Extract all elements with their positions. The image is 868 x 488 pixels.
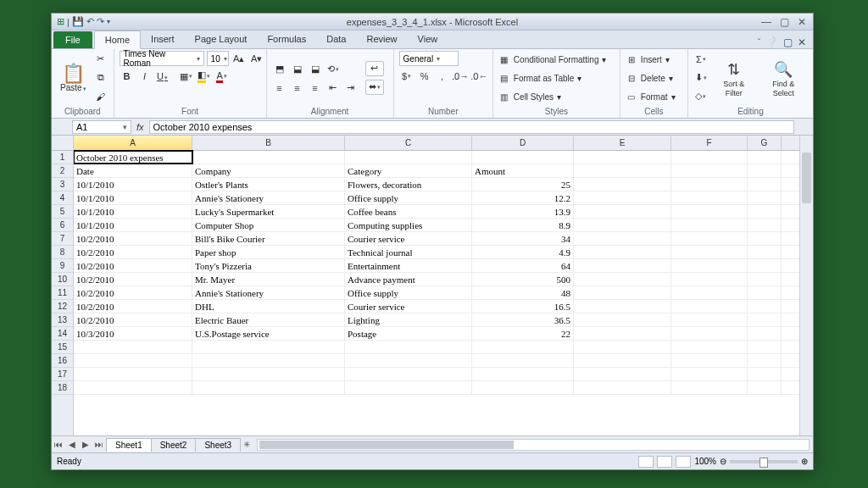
- cell[interactable]: Electric Bauer: [192, 313, 345, 326]
- tab-formulas[interactable]: Formulas: [257, 30, 316, 48]
- format-painter-icon[interactable]: 🖌: [93, 89, 108, 104]
- cell[interactable]: 22: [472, 327, 574, 340]
- row-header[interactable]: 3: [52, 178, 73, 191]
- cell[interactable]: [472, 354, 574, 367]
- font-size-dropdown[interactable]: 10: [207, 51, 229, 66]
- cell[interactable]: Annie's Stationery: [192, 286, 345, 299]
- cell[interactable]: [74, 381, 192, 394]
- cell[interactable]: [472, 341, 574, 353]
- cell[interactable]: Ostler's Plants: [192, 178, 345, 191]
- cell[interactable]: [748, 341, 782, 353]
- cell[interactable]: [671, 313, 748, 326]
- cell[interactable]: [671, 164, 748, 177]
- cell[interactable]: 10/2/2010: [74, 259, 192, 272]
- column-header[interactable]: C: [345, 136, 472, 150]
- find-select-button[interactable]: 🔍Find & Select: [760, 58, 808, 99]
- fill-color-icon[interactable]: ◧: [197, 69, 212, 84]
- cell[interactable]: [671, 300, 748, 313]
- cell[interactable]: 10/1/2010: [74, 191, 192, 204]
- cell[interactable]: Computing supplies: [345, 219, 472, 231]
- cell[interactable]: [345, 368, 472, 380]
- cell[interactable]: 10/2/2010: [74, 300, 192, 313]
- cell[interactable]: Courier service: [345, 300, 472, 313]
- merge-center-button[interactable]: ⬌: [365, 80, 384, 95]
- file-tab[interactable]: File: [53, 31, 92, 48]
- sheet-nav-first[interactable]: ⏮: [52, 440, 65, 449]
- cell[interactable]: [671, 219, 748, 231]
- align-left-icon[interactable]: ≡: [272, 80, 287, 96]
- sheet-nav-last[interactable]: ⏭: [92, 440, 106, 449]
- column-headers[interactable]: ABCDEFG: [74, 136, 799, 151]
- cell[interactable]: [748, 219, 782, 231]
- row-header[interactable]: 12: [52, 300, 73, 313]
- cell[interactable]: [671, 327, 748, 340]
- row-header[interactable]: 18: [52, 381, 73, 395]
- cell[interactable]: [74, 368, 192, 380]
- row-header[interactable]: 7: [52, 232, 73, 246]
- row-header[interactable]: 11: [52, 286, 73, 300]
- align-right-icon[interactable]: ≡: [308, 80, 323, 96]
- orientation-icon[interactable]: ⟲: [326, 62, 341, 77]
- cell[interactable]: [671, 273, 748, 286]
- cell[interactable]: 10/1/2010: [74, 205, 192, 218]
- align-middle-icon[interactable]: ⬓: [290, 62, 305, 77]
- cell[interactable]: Annie's Stationery: [192, 191, 345, 204]
- column-header[interactable]: B: [192, 136, 345, 150]
- cell[interactable]: 10/2/2010: [74, 232, 192, 245]
- cell[interactable]: [574, 232, 671, 245]
- minimize-ribbon-icon[interactable]: ˇ: [758, 38, 760, 47]
- worksheet-grid[interactable]: 123456789101112131415161718 ABCDEFG Octo…: [52, 136, 813, 435]
- grow-font-icon[interactable]: A▴: [231, 51, 247, 66]
- cell[interactable]: Postage: [345, 327, 472, 340]
- bold-button[interactable]: B: [120, 69, 135, 84]
- italic-button[interactable]: I: [137, 69, 153, 84]
- sheet-tab[interactable]: Sheet2: [151, 438, 197, 452]
- cell[interactable]: [671, 354, 748, 367]
- cell[interactable]: 34: [472, 232, 574, 245]
- formula-input[interactable]: October 2010 expenses: [149, 120, 794, 134]
- accounting-format-icon[interactable]: $: [399, 69, 415, 84]
- cell[interactable]: Office supply: [345, 286, 472, 299]
- cell[interactable]: 64: [472, 259, 574, 272]
- clear-icon[interactable]: ◇: [693, 89, 709, 104]
- cell[interactable]: Courier service: [345, 232, 472, 245]
- horizontal-scrollbar[interactable]: [257, 439, 810, 451]
- cell[interactable]: October 2010 expenses: [74, 151, 192, 164]
- cell[interactable]: Mr. Mayer: [192, 273, 345, 286]
- cell[interactable]: 500: [472, 273, 574, 286]
- cell[interactable]: [671, 341, 748, 353]
- cell[interactable]: [574, 246, 671, 258]
- cell[interactable]: [472, 381, 574, 394]
- cell[interactable]: [748, 368, 782, 380]
- cell[interactable]: [345, 381, 472, 394]
- cell[interactable]: [574, 354, 671, 367]
- cell[interactable]: 25: [472, 178, 574, 191]
- cell[interactable]: [748, 232, 782, 245]
- cell[interactable]: 10/1/2010: [74, 178, 192, 191]
- cell[interactable]: [345, 151, 472, 164]
- sheet-nav-next[interactable]: ▶: [79, 440, 92, 449]
- format-cells-button[interactable]: ▭Format ▾: [626, 89, 676, 106]
- cell[interactable]: Flowers, decoration: [345, 178, 472, 191]
- cell[interactable]: [574, 205, 671, 218]
- cell[interactable]: [748, 151, 782, 164]
- cell[interactable]: 12.2: [472, 191, 574, 204]
- row-header[interactable]: 6: [52, 219, 73, 232]
- tab-data[interactable]: Data: [316, 30, 356, 48]
- align-center-icon[interactable]: ≡: [290, 80, 305, 96]
- row-header[interactable]: 15: [52, 341, 73, 354]
- cell[interactable]: [748, 191, 782, 204]
- font-name-dropdown[interactable]: Times New Roman: [120, 51, 204, 66]
- copy-icon[interactable]: ⧉: [93, 70, 108, 86]
- row-header[interactable]: 1: [52, 151, 73, 164]
- autosum-icon[interactable]: Σ: [693, 52, 709, 67]
- row-header[interactable]: 17: [52, 368, 73, 381]
- cell[interactable]: [671, 151, 748, 164]
- cell[interactable]: [192, 368, 345, 380]
- cell[interactable]: Lucky's Supermarket: [192, 205, 345, 218]
- select-all-corner[interactable]: [52, 136, 73, 151]
- increase-decimal-icon[interactable]: .0→: [453, 69, 469, 84]
- cell[interactable]: 8.9: [472, 219, 574, 231]
- cell[interactable]: Advance payment: [345, 273, 472, 286]
- cell[interactable]: [574, 286, 671, 299]
